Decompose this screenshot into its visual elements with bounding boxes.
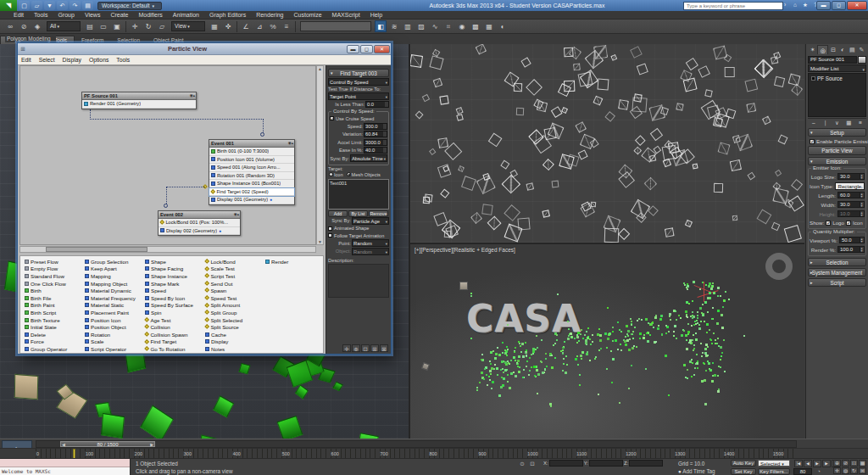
depot-material-dynamic[interactable]: Material Dynamic <box>84 287 143 294</box>
depot-speed-by-icon[interactable]: Speed By Icon <box>144 294 203 302</box>
project-folder-icon[interactable]: ▤ <box>82 1 93 10</box>
viewport-divider-horizontal[interactable] <box>410 243 804 244</box>
depot-speed-by-surface[interactable]: Speed By Surface <box>144 302 203 310</box>
menu-create[interactable]: Create <box>105 11 133 20</box>
select-rotate-icon[interactable]: ↻ <box>142 20 154 32</box>
rollout-system-management[interactable]: ▸System Management <box>808 268 866 277</box>
new-scene-icon[interactable]: ▢ <box>19 1 30 10</box>
depot-delete[interactable]: Delete <box>24 331 83 338</box>
pv-no-zoom-icon[interactable]: ⊠ <box>380 344 388 352</box>
depot-mapping[interactable]: Mapping <box>84 272 143 280</box>
pv-zoom-region-icon[interactable]: ⊡ <box>361 344 370 352</box>
add-time-tag[interactable]: ● Add Time Tag <box>678 468 715 474</box>
display-tab[interactable]: ▤ <box>848 45 857 54</box>
time-slider-handle[interactable]: ◀ 80 / 1500 ▶ <box>60 441 155 447</box>
depot-lock-bond[interactable]: Lock/Bond <box>204 258 264 265</box>
length-field[interactable]: 60.0 <box>837 192 865 198</box>
node-action-birth[interactable]: Birth 001 (0-100 T:3000) <box>209 148 294 156</box>
point-dropdown[interactable]: Random <box>352 239 389 247</box>
ease-in-field[interactable]: 40.0 <box>364 147 387 154</box>
modify-tab[interactable]: ◎ <box>817 45 828 54</box>
depot-birth-script[interactable]: Birth Script <box>24 309 83 316</box>
maximize-viewport-icon[interactable]: ⊠ <box>859 467 866 474</box>
modifier-stack[interactable]: PF Source <box>808 73 866 117</box>
zoom-all-icon[interactable]: ⊘ <box>842 460 849 467</box>
scrollbar-thumb[interactable] <box>46 247 147 252</box>
accel-limit-field[interactable]: 3000.0 <box>364 139 387 146</box>
pv-maximize-button[interactable]: ◻ <box>360 45 373 53</box>
depot-initial-state[interactable]: Initial State <box>24 323 83 331</box>
remove-button[interactable]: Remove <box>369 210 388 217</box>
workspace-dropdown[interactable]: Workspace: Default <box>97 2 162 10</box>
snap-toggle-icon[interactable]: ∠ <box>240 20 252 32</box>
node-action-rotation[interactable]: Rotation 001 (Random 3D) <box>209 172 294 181</box>
add-button[interactable]: Add <box>328 210 348 217</box>
favorites-icon[interactable]: ★ <box>800 1 810 9</box>
pv-menu-tools[interactable]: Tools <box>116 57 130 63</box>
align-icon[interactable]: ≋ <box>388 20 400 32</box>
depot-spin[interactable]: Spin <box>144 309 203 316</box>
depot-split-amount[interactable]: Split Amount <box>204 302 264 310</box>
selection-set-dropdown[interactable]: Selected <box>758 460 790 467</box>
use-cruise-checkbox[interactable]: ✓Use Cruise Speed <box>330 115 387 123</box>
node-action-display[interactable]: Display 001 (Geometry)● <box>209 196 294 204</box>
motion-tab[interactable]: ◐ <box>838 45 848 54</box>
configure-icon[interactable]: ≡ <box>854 119 866 126</box>
isolate-selection-icon[interactable]: ⊙ <box>517 460 527 468</box>
depot-preset-flow[interactable]: Preset Flow <box>24 258 83 265</box>
depot-position-object[interactable]: Position Object <box>84 323 143 331</box>
crossing-selection-icon[interactable]: ▣ <box>111 20 123 32</box>
depot-find-target[interactable]: Find Target <box>144 338 203 346</box>
menu-maxscript[interactable]: MAXScript <box>327 11 365 20</box>
depot-standard-flow[interactable]: Standard Flow <box>24 272 83 280</box>
setup-rollout-header[interactable]: ▾Setup <box>808 128 866 137</box>
fov-icon[interactable]: ↻ <box>850 467 858 474</box>
depot-collision[interactable]: Collision <box>144 323 203 331</box>
speed-field[interactable]: 300.0 <box>364 123 387 130</box>
mirror-icon[interactable]: ◧ <box>375 20 387 32</box>
percent-snap-icon[interactable]: % <box>267 20 279 32</box>
make-unique-icon[interactable]: ∨ <box>832 119 843 126</box>
viewport-top-wireframe[interactable] <box>410 44 804 243</box>
depot-rotation[interactable]: Rotation <box>84 331 143 338</box>
menu-customize[interactable]: Customize <box>288 11 326 20</box>
modifier-list-dropdown[interactable]: Modifier List <box>808 64 866 72</box>
by-list-button[interactable]: By List <box>348 210 368 217</box>
node-header[interactable]: Event 001◉▴ <box>209 140 294 148</box>
pv-pan-icon[interactable]: ✛ <box>342 344 351 352</box>
logo-size-field[interactable]: 30.0 <box>837 173 865 180</box>
time-slider-track[interactable]: ◀ 80 / 1500 ▶ <box>36 440 797 448</box>
node-header[interactable]: Event 002◉▴ <box>159 211 240 219</box>
prev-frame-arrow[interactable]: ◀ <box>62 442 65 447</box>
particle-view-titlebar[interactable]: ⊞ Particle View ▬ ◻ ✕ <box>18 43 391 55</box>
pv-menu-options[interactable]: Options <box>89 57 108 63</box>
listener-pane[interactable]: Welcome to MAXSc <box>0 467 130 475</box>
communication-center-icon[interactable]: ⌂ <box>790 1 800 9</box>
spinner-snap-icon[interactable]: ≡ <box>281 20 292 32</box>
node-action-speed[interactable]: Speed 001 (Along Icon Arro... <box>209 164 294 172</box>
particle-view-button[interactable]: Particle View <box>808 146 866 155</box>
find-target-rollout-header[interactable]: ▾Find Target 003 <box>328 69 389 77</box>
depot-scale-test[interactable]: Scale Test <box>204 265 264 273</box>
emission-rollout-header[interactable]: ▾Emission <box>808 157 866 165</box>
viewport-label[interactable]: [+][Perspective][Realistic + Edged Faces… <box>415 247 515 253</box>
rollout-selection[interactable]: ▸Selection <box>808 258 866 266</box>
icon-type-dropdown[interactable]: Rectangle <box>835 182 865 190</box>
depot-notes[interactable]: Notes <box>204 345 264 353</box>
node-event-002[interactable]: Event 002◉▴Lock/Bond 001 (Pos: 100%...Di… <box>158 210 241 236</box>
coordinate-display[interactable]: X:Y:Z: <box>542 460 663 467</box>
depot-group-selection[interactable]: Group Selection <box>84 258 143 265</box>
node-action-find[interactable]: Find Target 002 (Speed) <box>209 188 294 197</box>
zoom-icon[interactable]: ⊕ <box>833 460 841 467</box>
menu-modifiers[interactable]: Modifiers <box>133 11 167 20</box>
depot-send-out[interactable]: Send Out <box>204 280 264 288</box>
curve-editor-icon[interactable]: ∿ <box>429 20 441 32</box>
menu-graph-editors[interactable]: Graph Editors <box>204 11 251 20</box>
depot-birth-texture[interactable]: Birth Texture <box>24 316 83 324</box>
pv-menu-display[interactable]: Display <box>63 57 81 63</box>
coord-field[interactable] <box>629 460 663 467</box>
selection-filter-dropdown[interactable]: All <box>47 21 81 31</box>
node-action-shape[interactable]: Shape Instance 001 (Box001) <box>209 180 294 188</box>
select-link-icon[interactable]: ∞ <box>4 20 16 32</box>
maxscript-mini-listener[interactable]: Welcome to MAXSc <box>0 459 131 475</box>
